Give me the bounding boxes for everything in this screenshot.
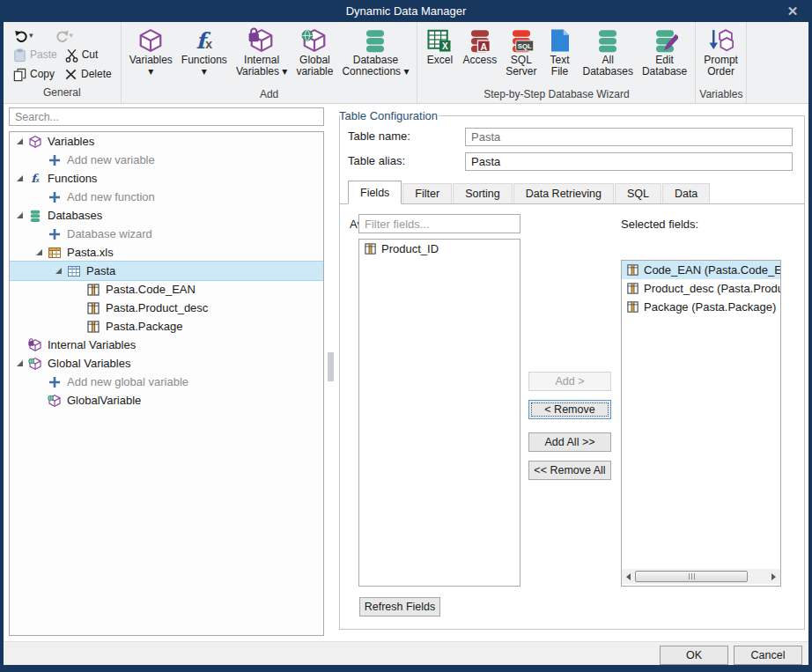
selected-field-package-pasta-package-[interactable]: Package (Pasta.Package)	[622, 298, 780, 316]
prompt-order-button[interactable]: PromptOrder	[699, 24, 742, 78]
text-file-icon	[546, 26, 574, 55]
tree-item-pasta-package[interactable]: Pasta.Package	[10, 317, 323, 336]
horizontal-scrollbar[interactable]	[622, 569, 780, 584]
tree-scrollbar-thumb[interactable]	[328, 352, 334, 381]
tree-item-label: Pasta	[86, 264, 115, 277]
close-icon[interactable]: ✕	[780, 0, 805, 22]
tree-item-pasta-code-ean[interactable]: Pasta.Code_EAN	[10, 280, 323, 299]
remove-button[interactable]: < Remove	[528, 400, 611, 419]
window-title: Dynamic Data Manager	[346, 4, 467, 18]
ribbon-group-label-general: General	[7, 85, 117, 101]
table-alias-input[interactable]	[465, 152, 793, 171]
functions-label-2: ▾	[202, 66, 207, 78]
tree-scrollbar[interactable]	[328, 131, 334, 636]
tree-item-pasta-xls[interactable]: Pasta.xls	[10, 243, 323, 262]
tab-sql[interactable]: SQL	[615, 183, 661, 203]
functions-button[interactable]: fxFunctions▾	[177, 24, 232, 78]
expander-icon[interactable]	[17, 212, 23, 218]
selected-field-code-ean-pasta-code-ean-[interactable]: Code_EAN (Pasta.Code_EAN)	[622, 261, 780, 279]
all-databases-button[interactable]: AllDatabases	[579, 24, 638, 78]
expander-icon[interactable]	[17, 175, 23, 181]
data-source-tree: Variables Add new variablefxFunctions Ad…	[9, 131, 324, 636]
tree-item-databases[interactable]: Databases	[10, 206, 323, 225]
redo-dropdown-icon: ▾	[70, 31, 74, 41]
cube-globe-icon	[300, 26, 328, 55]
tree-item-variables[interactable]: Variables	[10, 132, 323, 151]
database-connections-label-2: Connections ▾	[342, 66, 409, 78]
global-variable-button[interactable]: Globalvariable	[292, 24, 337, 78]
cut-label: Cut	[82, 48, 99, 61]
text-file-button[interactable]: TextFile	[542, 24, 579, 78]
table-name-input[interactable]	[465, 128, 793, 146]
tree-item-pasta[interactable]: Pasta	[10, 262, 323, 280]
tree-item-label: Pasta.Code_EAN	[106, 283, 196, 296]
tree-item-database-wizard[interactable]: Database wizard	[10, 225, 323, 243]
tree-item-add-new-function[interactable]: Add new function	[10, 188, 323, 206]
copy-label: Copy	[30, 68, 55, 80]
cube-globe-icon	[48, 394, 62, 408]
delete-icon	[63, 67, 78, 82]
scroll-right-icon[interactable]	[767, 569, 780, 584]
tree-item-add-new-variable[interactable]: Add new variable	[10, 151, 323, 169]
sql-server-icon: SQL	[507, 26, 535, 55]
variables-button[interactable]: Variables▾	[125, 24, 177, 78]
table-config-tabs: FieldsFilterSortingData RetrievingSQLDat…	[340, 181, 805, 204]
scrollbar-thumb[interactable]	[635, 571, 748, 582]
selected-field-product-desc-pasta-product-desc-[interactable]: Product_desc (Pasta.Product_desc)	[622, 279, 780, 298]
tree-item-pasta-product-desc[interactable]: Pasta.Product_desc	[10, 299, 323, 317]
internal-variables-button[interactable]: InternalVariables ▾	[232, 24, 292, 78]
delete-button[interactable]: Delete	[60, 66, 115, 83]
tree-item-global-variables[interactable]: Global Variables	[10, 354, 323, 373]
tab-fields[interactable]: Fields	[348, 181, 402, 204]
scroll-left-icon[interactable]	[622, 569, 635, 584]
excel-button[interactable]: XExcel	[421, 24, 458, 66]
field-icon	[86, 320, 100, 334]
tree-item-label: Pasta.Package	[106, 320, 182, 333]
fx-icon: fx	[190, 26, 218, 55]
available-fields-list[interactable]: Product_ID	[358, 239, 520, 587]
sql-server-button[interactable]: SQLSQLServer	[501, 24, 541, 78]
undo-dropdown-icon[interactable]: ▾	[29, 31, 33, 41]
add-button: Add >	[528, 372, 611, 391]
tab-data[interactable]: Data	[662, 183, 710, 203]
svg-text:SQL: SQL	[518, 42, 532, 50]
tree-item-functions[interactable]: fxFunctions	[10, 169, 323, 188]
refresh-fields-button[interactable]: Refresh Fields	[359, 597, 440, 617]
filter-fields-input[interactable]	[358, 214, 520, 233]
database-connections-button[interactable]: DatabaseConnections ▾	[337, 24, 413, 78]
copy-button[interactable]: Copy	[9, 66, 58, 83]
ok-button[interactable]: OK	[660, 646, 728, 665]
expander-icon[interactable]	[36, 249, 42, 255]
tree-item-label: Internal Variables	[48, 338, 136, 351]
tree-item-internal-variables[interactable]: Internal Variables	[10, 336, 323, 354]
search-input[interactable]	[9, 107, 324, 126]
text-file-label-2: File	[551, 66, 568, 78]
tab-data-retrieving[interactable]: Data Retrieving	[513, 183, 614, 203]
ribbon-group-label: Variables	[699, 87, 742, 103]
expander-icon[interactable]	[17, 138, 23, 144]
paste-label: Paste	[30, 48, 57, 61]
field-icon	[625, 300, 639, 314]
dialog-body: ▾ ▾ Paste	[4, 22, 808, 665]
all-databases-label-2: Databases	[583, 66, 633, 78]
list-item-label: Package (Pasta.Package)	[644, 300, 776, 314]
selected-fields-list[interactable]: Code_EAN (Pasta.Code_EAN) Product_desc (…	[621, 260, 781, 587]
edit-database-button[interactable]: EditDatabase	[638, 24, 691, 78]
plus-icon	[48, 190, 62, 204]
add-all-button[interactable]: Add All >>	[528, 432, 611, 452]
remove-all-button[interactable]: << Remove All	[528, 461, 611, 480]
cancel-button[interactable]: Cancel	[734, 646, 802, 665]
tree-item-add-new-global-variable[interactable]: Add new global variable	[10, 373, 323, 391]
undo-button[interactable]: ▾	[9, 28, 39, 43]
tab-filter[interactable]: Filter	[402, 183, 452, 203]
cut-button[interactable]: Cut	[61, 47, 102, 63]
tree-item-globalvariable[interactable]: GlobalVariable	[10, 391, 323, 410]
tab-sorting[interactable]: Sorting	[453, 183, 513, 203]
redo-button[interactable]: ▾	[49, 28, 79, 43]
expander-icon[interactable]	[17, 360, 23, 366]
access-label: Access	[462, 55, 497, 66]
available-field-product-id[interactable]: Product_ID	[359, 240, 520, 258]
access-button[interactable]: AAccess	[458, 24, 501, 66]
expander-icon[interactable]	[55, 268, 62, 274]
tree-item-label: Add new function	[67, 190, 155, 203]
